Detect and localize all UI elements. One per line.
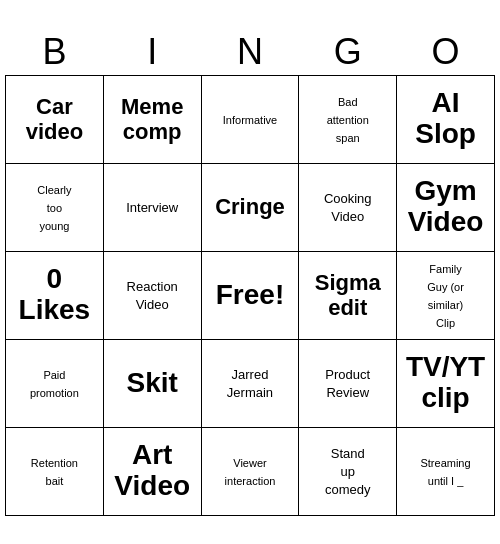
bingo-cell: Skit — [103, 339, 201, 427]
cell-content: Viewer interaction — [225, 457, 276, 487]
cell-content: AI Slop — [415, 87, 476, 149]
bingo-cell: Viewer interaction — [201, 427, 299, 515]
cell-content: Car video — [26, 94, 83, 144]
bingo-cell: Cooking Video — [299, 163, 397, 251]
bingo-cell: Cringe — [201, 163, 299, 251]
bingo-cell: Art Video — [103, 427, 201, 515]
cell-content: Skit — [127, 367, 178, 398]
cell-content: Informative — [223, 114, 277, 126]
cell-content: Paid promotion — [30, 369, 79, 399]
cell-content: Meme comp — [121, 94, 183, 144]
bingo-cell: Reaction Video — [103, 251, 201, 339]
cell-content: Clearly too young — [37, 184, 71, 232]
cell-content: TV/YT clip — [406, 351, 485, 413]
header-letter: N — [201, 29, 299, 76]
bingo-cell: Sigma edit — [299, 251, 397, 339]
table-row: Retention baitArt VideoViewer interactio… — [6, 427, 495, 515]
bingo-card: BINGO Car videoMeme compInformativeBad a… — [5, 29, 495, 516]
bingo-cell: TV/YT clip — [397, 339, 495, 427]
bingo-cell: Streaming until I _ — [397, 427, 495, 515]
bingo-cell: Retention bait — [6, 427, 104, 515]
header-letter: O — [397, 29, 495, 76]
bingo-cell: Product Review — [299, 339, 397, 427]
bingo-cell: 0 Likes — [6, 251, 104, 339]
header-letter: I — [103, 29, 201, 76]
cell-content: Streaming until I _ — [420, 457, 470, 487]
bingo-cell: Stand up comedy — [299, 427, 397, 515]
bingo-cell: AI Slop — [397, 75, 495, 163]
table-row: Clearly too youngInterviewCringeCooking … — [6, 163, 495, 251]
header-letter: G — [299, 29, 397, 76]
bingo-cell: Paid promotion — [6, 339, 104, 427]
cell-content: Cringe — [215, 194, 285, 219]
bingo-header: BINGO — [6, 29, 495, 76]
bingo-cell: Interview — [103, 163, 201, 251]
cell-content: Reaction Video — [127, 279, 178, 312]
bingo-cell: Free! — [201, 251, 299, 339]
bingo-cell: Car video — [6, 75, 104, 163]
bingo-cell: Informative — [201, 75, 299, 163]
table-row: Paid promotionSkitJarred JermainProduct … — [6, 339, 495, 427]
cell-content: Product Review — [325, 367, 370, 400]
cell-content: Stand up comedy — [325, 446, 371, 498]
cell-content: Art Video — [114, 439, 190, 501]
cell-content: Jarred Jermain — [227, 367, 273, 400]
bingo-cell: Jarred Jermain — [201, 339, 299, 427]
cell-content: Interview — [126, 200, 178, 215]
cell-content: Sigma edit — [315, 270, 381, 320]
bingo-cell: Meme comp — [103, 75, 201, 163]
cell-content: Bad attention span — [327, 96, 369, 144]
cell-content: Family Guy (or similar) Clip — [427, 263, 464, 329]
cell-content: Cooking Video — [324, 191, 372, 224]
bingo-cell: Gym Video — [397, 163, 495, 251]
cell-content: Retention bait — [31, 457, 78, 487]
cell-content: 0 Likes — [19, 263, 91, 325]
cell-content: Gym Video — [408, 175, 484, 237]
bingo-cell: Bad attention span — [299, 75, 397, 163]
cell-content: Free! — [216, 279, 284, 310]
bingo-cell: Family Guy (or similar) Clip — [397, 251, 495, 339]
bingo-cell: Clearly too young — [6, 163, 104, 251]
table-row: Car videoMeme compInformativeBad attenti… — [6, 75, 495, 163]
table-row: 0 LikesReaction VideoFree!Sigma editFami… — [6, 251, 495, 339]
header-letter: B — [6, 29, 104, 76]
